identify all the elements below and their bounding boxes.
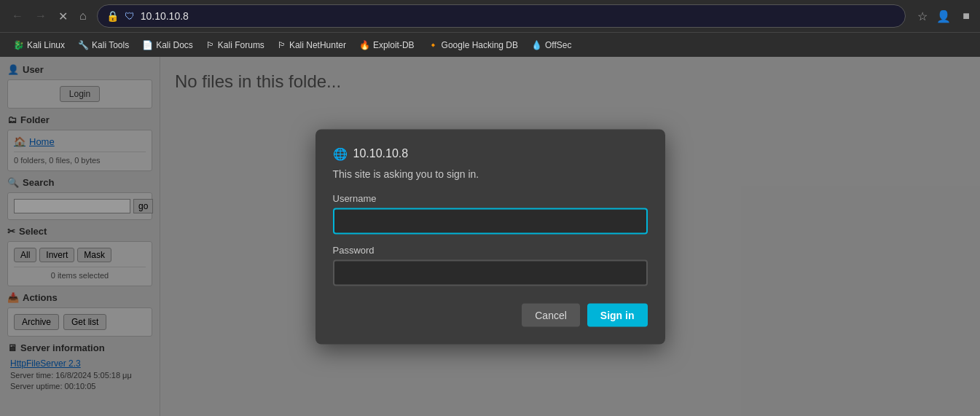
bookmark-offsec-label: OffSec [545, 40, 571, 50]
extensions-icon[interactable]: ■ [960, 7, 973, 25]
bookmark-kali-linux-label: Kali Linux [27, 40, 65, 50]
nav-buttons: ← → ✕ ⌂ [7, 7, 91, 26]
address-bar-url: 10.10.10.8 [141, 10, 897, 22]
password-input[interactable] [333, 259, 648, 286]
username-label: Username [333, 192, 648, 203]
bookmarks-bar: 🐉 Kali Linux 🔧 Kali Tools 📄 Kali Docs 🏳 … [0, 32, 980, 57]
bookmark-kali-nethunter-label: Kali NetHunter [289, 40, 346, 50]
bookmark-kali-forums-label: Kali Forums [218, 40, 264, 50]
reload-button[interactable]: ✕ [54, 7, 72, 26]
exploit-db-favicon: 🔥 [359, 40, 370, 50]
shield-icon: 🛡 [125, 10, 135, 22]
dialog-globe-icon: 🌐 [333, 146, 348, 160]
back-button[interactable]: ← [7, 7, 28, 25]
dialog-actions: Cancel Sign in [333, 303, 648, 326]
cancel-button[interactable]: Cancel [522, 303, 580, 326]
kali-tools-favicon: 🔧 [78, 40, 89, 50]
page-content: 👤 User Login 🗂 Folder 🏠 Home 0 folders, … [0, 57, 980, 416]
bookmark-star-icon[interactable]: ☆ [917, 9, 928, 23]
address-bar[interactable]: 🔒 🛡 10.10.10.8 [97, 4, 906, 28]
password-label: Password [333, 244, 648, 255]
bookmark-exploit-db[interactable]: 🔥 Exploit-DB [353, 38, 420, 52]
bookmark-google-hacking[interactable]: 🔸 Google Hacking DB [422, 38, 524, 52]
kali-docs-favicon: 📄 [142, 40, 153, 50]
google-hacking-favicon: 🔸 [428, 40, 439, 50]
security-icon: 🔒 [106, 10, 119, 22]
bookmark-kali-tools[interactable]: 🔧 Kali Tools [72, 38, 135, 52]
dialog-subtitle: This site is asking you to sign in. [333, 168, 648, 179]
dialog-title: 10.10.10.8 [353, 147, 409, 160]
username-input[interactable] [333, 208, 648, 234]
signin-button[interactable]: Sign in [587, 303, 648, 326]
home-button[interactable]: ⌂ [75, 7, 91, 25]
signin-dialog: 🌐 10.10.10.8 This site is asking you to … [315, 129, 665, 344]
toolbar-right: 👤 ■ [933, 7, 973, 26]
forward-button[interactable]: → [31, 7, 51, 25]
bookmark-exploit-db-label: Exploit-DB [373, 40, 415, 50]
bookmark-kali-nethunter[interactable]: 🏳 Kali NetHunter [272, 38, 352, 52]
offsec-favicon: 💧 [531, 40, 542, 50]
browser-chrome: ← → ✕ ⌂ 🔒 🛡 10.10.10.8 ☆ 👤 ■ 🐉 Kali Linu… [0, 0, 980, 57]
bookmark-kali-linux[interactable]: 🐉 Kali Linux [7, 38, 71, 52]
bookmark-kali-docs-label: Kali Docs [156, 40, 193, 50]
kali-nethunter-favicon: 🏳 [278, 40, 286, 50]
browser-toolbar: ← → ✕ ⌂ 🔒 🛡 10.10.10.8 ☆ 👤 ■ [0, 0, 980, 32]
bookmark-offsec[interactable]: 💧 OffSec [525, 38, 577, 52]
bookmark-google-hacking-label: Google Hacking DB [442, 40, 518, 50]
profile-icon[interactable]: 👤 [933, 7, 954, 26]
kali-forums-favicon: 🏳 [206, 40, 215, 50]
bookmark-kali-forums[interactable]: 🏳 Kali Forums [200, 38, 270, 52]
dialog-header: 🌐 10.10.10.8 [333, 146, 648, 160]
bookmark-kali-docs[interactable]: 📄 Kali Docs [136, 38, 199, 52]
kali-linux-favicon: 🐉 [13, 40, 24, 50]
bookmark-kali-tools-label: Kali Tools [92, 40, 129, 50]
